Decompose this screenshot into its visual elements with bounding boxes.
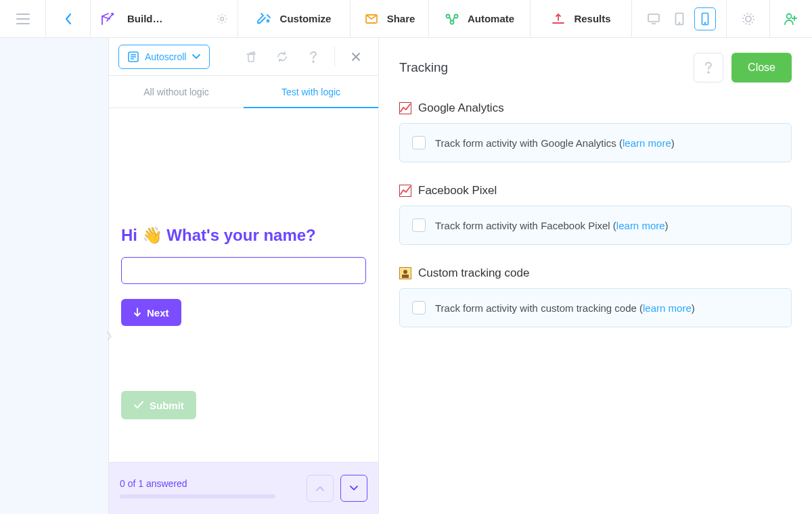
build-tab[interactable]: Build… [91,0,238,37]
automate-label: Automate [468,13,514,24]
topbar: Build… Customize Share Automate Results [0,0,812,38]
expand-handle[interactable] [104,329,114,344]
autoscroll-label: Autoscroll [145,51,186,62]
fb-text: Track form activity with Facebook Pixel … [435,220,669,231]
theme-button[interactable] [727,0,770,37]
ga-learn-more-link[interactable]: learn more [623,137,671,149]
device-mobile[interactable] [694,7,716,30]
preview-help-button[interactable] [300,51,326,63]
hamburger-menu[interactable] [0,0,46,37]
customize-tab[interactable]: Customize [238,0,351,37]
ga-checkbox[interactable] [412,136,426,149]
autoscroll-icon [127,51,139,63]
custom-option[interactable]: Track form activity with custom tracking… [399,288,792,327]
custom-icon [399,267,411,279]
svg-point-20 [746,16,751,22]
main-area: Autoscroll All without logic Test w [0,38,812,514]
results-label: Results [574,13,610,24]
svg-point-21 [743,14,754,24]
svg-point-17 [679,22,679,23]
results-icon [551,11,566,26]
svg-line-6 [267,15,270,18]
svg-point-31 [253,51,255,53]
fb-checkbox[interactable] [412,218,426,232]
next-question-button[interactable] [340,475,367,502]
build-icon [100,11,115,26]
chevron-left-icon [64,13,72,25]
svg-point-5 [267,20,269,22]
fb-heading: Facebook Pixel [418,184,497,197]
share-label: Share [387,13,415,24]
svg-rect-29 [248,54,254,62]
analytics-icon [399,102,411,114]
progress-text: 0 of 1 answered [120,478,275,489]
clear-preview-button[interactable] [238,51,264,63]
build-label: Build… [127,13,168,24]
svg-line-3 [107,14,113,21]
customize-label: Customize [280,13,332,24]
device-tablet[interactable] [669,7,690,30]
progress-footer: 0 of 1 answered [109,462,378,514]
svg-point-19 [704,22,705,23]
back-button[interactable] [46,0,91,37]
menu-icon [16,14,30,24]
preview-toolbar: Autoscroll [109,38,378,76]
share-tab[interactable]: Share [351,0,429,37]
panel-header: Tracking Close [399,51,792,84]
close-preview-button[interactable] [343,52,369,62]
autoscroll-dropdown[interactable]: Autoscroll [118,45,210,69]
name-input[interactable] [121,257,366,284]
fb-option[interactable]: Track form activity with Facebook Pixel … [399,206,792,245]
prev-question-button[interactable] [307,475,334,502]
fb-learn-more-link[interactable]: learn more [616,220,665,231]
device-switcher [632,0,727,37]
next-label: Next [147,307,169,319]
svg-rect-14 [648,14,659,22]
check-icon [133,400,144,410]
custom-text: Track form activity with custom tracking… [435,302,695,314]
chevron-down-icon [191,53,201,60]
next-button[interactable]: Next [121,299,181,326]
results-tab[interactable]: Results [531,0,632,37]
svg-point-22 [787,14,792,18]
settings-panel: Tracking Close Google Analytics Track fo… [379,38,812,514]
svg-point-40 [403,270,407,274]
ga-heading: Google Analytics [418,101,504,115]
reload-preview-button[interactable] [269,51,295,63]
close-button[interactable]: Close [731,53,792,83]
arrow-down-icon [133,308,141,317]
analytics-icon [399,185,411,197]
submit-button: Submit [121,391,196,419]
panel-title: Tracking [399,60,448,75]
progress-track [120,494,275,498]
submit-label: Submit [150,400,184,411]
tab-all-without-logic[interactable]: All without logic [109,76,244,108]
preview-tabs: All without logic Test with logic [109,76,378,108]
automate-tab[interactable]: Automate [429,0,531,37]
sun-icon [741,11,756,26]
custom-heading: Custom tracking code [418,266,529,280]
svg-line-11 [449,17,451,21]
automate-icon [445,11,459,26]
user-icon [783,11,798,26]
builder-gutter [0,38,108,514]
customize-icon [257,11,272,26]
facebook-pixel-section: Facebook Pixel Track form activity with … [399,184,792,245]
custom-checkbox[interactable] [412,301,426,314]
account-button[interactable] [770,0,811,37]
question-text: Hi 👋 What's your name? [121,226,366,245]
gear-icon[interactable] [216,13,228,25]
svg-point-32 [313,61,314,62]
custom-learn-more-link[interactable]: learn more [643,302,692,314]
ga-option[interactable]: Track form activity with Google Analytic… [399,123,792,162]
tab-test-with-logic[interactable]: Test with logic [244,76,378,108]
svg-rect-41 [402,275,409,278]
svg-line-12 [453,17,455,21]
svg-point-36 [708,72,709,73]
panel-help-button[interactable] [694,53,723,83]
form-preview: Hi 👋 What's your name? Next Submit [109,108,378,462]
preview-column: Autoscroll All without logic Test w [108,38,379,514]
device-desktop[interactable] [643,7,664,30]
google-analytics-section: Google Analytics Track form activity wit… [399,101,792,162]
share-icon [364,11,379,26]
